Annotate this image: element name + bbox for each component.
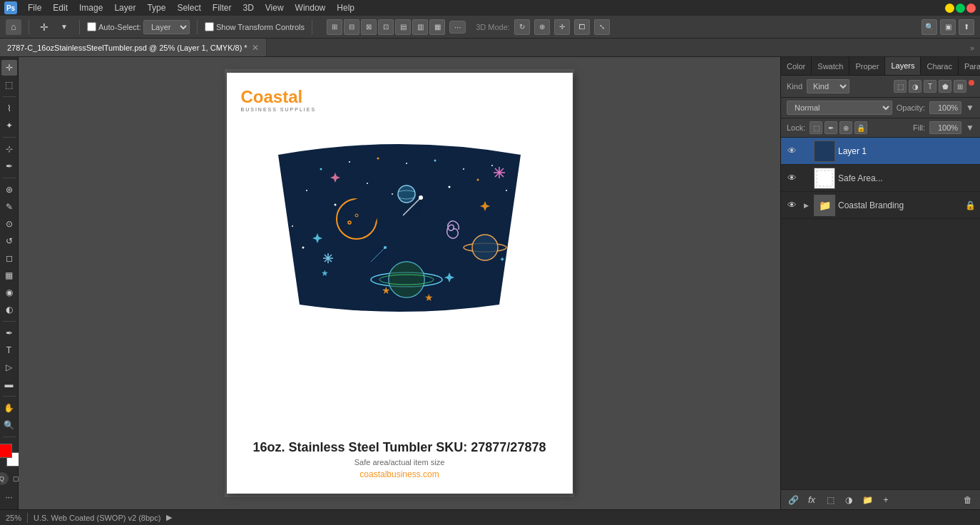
opacity-chevron[interactable]: ▼	[966, 103, 974, 113]
blend-mode-select[interactable]: Normal Multiply Screen Overlay	[787, 101, 892, 115]
opacity-value[interactable]: 100%	[929, 101, 961, 114]
menu-view[interactable]: View	[260, 1, 289, 14]
more-options-button[interactable]: ···	[449, 21, 466, 34]
menu-help[interactable]: Help	[332, 1, 359, 14]
align-top[interactable]: ⊡	[378, 19, 394, 35]
coastal-branding-visibility-icon[interactable]: 👁	[785, 199, 798, 212]
move-tool[interactable]: ✛	[1, 60, 17, 76]
filter-pixel-icon[interactable]: ⬚	[894, 80, 907, 93]
fill-value[interactable]: 100%	[929, 121, 961, 134]
gradient-tool[interactable]: ▦	[1, 267, 17, 283]
lock-artboard-button[interactable]: ⊕	[839, 121, 852, 134]
share-icon[interactable]: ⬆	[959, 19, 974, 35]
maximize-button[interactable]	[956, 4, 965, 13]
3d-roll[interactable]: ⊕	[534, 19, 550, 35]
filter-text-icon[interactable]: T	[924, 80, 936, 93]
move-tool-icon[interactable]: ✛	[36, 19, 52, 35]
menu-image[interactable]: Image	[74, 1, 108, 14]
align-center-h[interactable]: ⊟	[344, 19, 359, 35]
lock-pixels-button[interactable]: ⬚	[810, 121, 822, 134]
align-center-v[interactable]: ▤	[395, 19, 411, 35]
tab-expand[interactable]: »	[964, 39, 980, 56]
magic-wand-tool[interactable]: ✦	[1, 118, 17, 133]
menu-window[interactable]: Window	[290, 1, 331, 14]
coastal-branding-expand-icon[interactable]: ▶	[801, 200, 811, 210]
align-bottom[interactable]: ▥	[412, 19, 428, 35]
quick-mask-mode[interactable]: Q	[0, 472, 9, 485]
text-tool[interactable]: T	[1, 342, 17, 358]
3d-scale[interactable]: ⤡	[594, 19, 610, 35]
blur-tool[interactable]: ◉	[1, 285, 17, 300]
filter-smart-icon[interactable]: ⊞	[954, 80, 966, 93]
pen-tool[interactable]: ✒	[1, 325, 17, 341]
layer-link-button[interactable]: 🔗	[785, 492, 801, 508]
status-arrow[interactable]: ▶	[166, 513, 172, 522]
lock-position-button[interactable]: ✒	[825, 121, 837, 134]
auto-select-type[interactable]: Layer Group	[143, 20, 190, 34]
kind-filter-select[interactable]: Kind Name Effect Mode	[807, 79, 849, 93]
history-brush-tool[interactable]: ↺	[1, 233, 17, 249]
layer-item-coastal-branding[interactable]: 👁 ▶ 📁 Coastal Branding 🔒	[781, 192, 980, 219]
menu-select[interactable]: Select	[172, 1, 205, 14]
panel-tab-paragr[interactable]: Paragr	[959, 57, 980, 75]
3d-pan[interactable]: ✛	[554, 19, 570, 35]
view-mode-icon[interactable]: ▣	[940, 19, 956, 35]
menu-layer[interactable]: Layer	[109, 1, 141, 14]
panel-tab-layers[interactable]: Layers	[885, 57, 921, 75]
menu-filter[interactable]: Filter	[208, 1, 237, 14]
lock-all-button[interactable]: 🔒	[854, 121, 867, 134]
menu-3d[interactable]: 3D	[238, 1, 258, 14]
panel-tab-charac[interactable]: Charac	[921, 57, 958, 75]
layer-fx-button[interactable]: fx	[804, 492, 820, 508]
eraser-tool[interactable]: ◻	[1, 250, 17, 266]
stamp-tool[interactable]: ⊙	[1, 216, 17, 232]
layer-delete-button[interactable]: 🗑	[960, 492, 976, 508]
search-icon[interactable]: 🔍	[922, 19, 937, 35]
align-left[interactable]: ⊞	[327, 19, 342, 35]
filter-shape-icon[interactable]: ⬟	[939, 80, 951, 93]
auto-select-checkbox[interactable]	[87, 22, 96, 31]
dodge-tool[interactable]: ◐	[1, 302, 17, 317]
healing-brush-tool[interactable]: ⊛	[1, 182, 17, 198]
align-right[interactable]: ⊠	[361, 19, 377, 35]
foreground-color[interactable]	[0, 444, 12, 458]
layer-item-layer1[interactable]: 👁 Layer 1	[781, 138, 980, 165]
panel-tab-swatch[interactable]: Swatch	[812, 57, 849, 75]
home-icon[interactable]: ⌂	[6, 19, 21, 35]
3d-rotate[interactable]: ↻	[514, 19, 530, 35]
more-tools-button[interactable]: ···	[1, 489, 17, 505]
menu-file[interactable]: File	[23, 1, 46, 14]
zoom-tool[interactable]: 🔍	[1, 417, 17, 433]
layer-mask-button[interactable]: ⬚	[822, 492, 838, 508]
minimize-button[interactable]	[945, 4, 954, 13]
transform-check[interactable]: Show Transform Controls	[205, 22, 305, 31]
lasso-tool[interactable]: ⌇	[1, 101, 17, 116]
auto-select-option[interactable]: Auto-Select: Layer Group	[87, 20, 190, 34]
transform-checkbox[interactable]	[205, 22, 214, 31]
document-tab[interactable]: 2787-C_16ozStainlessSteelTumbler.psd @ 2…	[0, 39, 267, 56]
layer-adjustment-button[interactable]: ◑	[841, 492, 857, 508]
marquee-tool[interactable]: ⬚	[1, 77, 17, 93]
safe-area-visibility-icon[interactable]: 👁	[785, 172, 798, 185]
shape-tool[interactable]: ▬	[1, 377, 17, 392]
layer-new-button[interactable]: +	[878, 492, 894, 508]
layer-group-button[interactable]: 📁	[859, 492, 875, 508]
tab-close-button[interactable]: ✕	[252, 43, 259, 53]
eyedropper-tool[interactable]: ✒	[1, 158, 17, 174]
menu-type[interactable]: Type	[142, 1, 170, 14]
hand-tool[interactable]: ✋	[1, 400, 17, 416]
fill-chevron[interactable]: ▼	[966, 123, 974, 133]
3d-slide[interactable]: ⧠	[574, 19, 590, 35]
panel-tab-proper[interactable]: Proper	[849, 57, 885, 75]
crop-tool[interactable]: ⊹	[1, 141, 17, 157]
menu-edit[interactable]: Edit	[48, 1, 73, 14]
layer-item-safe-area[interactable]: 👁 Safe Area...	[781, 165, 980, 192]
filter-adjust-icon[interactable]: ◑	[909, 80, 922, 93]
brush-tool[interactable]: ✎	[1, 199, 17, 215]
layer1-visibility-icon[interactable]: 👁	[785, 145, 798, 158]
color-swatches[interactable]	[0, 444, 21, 467]
path-select-tool[interactable]: ▷	[1, 360, 17, 375]
align-extra[interactable]: ▦	[429, 19, 445, 35]
close-button[interactable]	[966, 4, 976, 13]
move-tool-arrow[interactable]: ▼	[56, 19, 72, 35]
